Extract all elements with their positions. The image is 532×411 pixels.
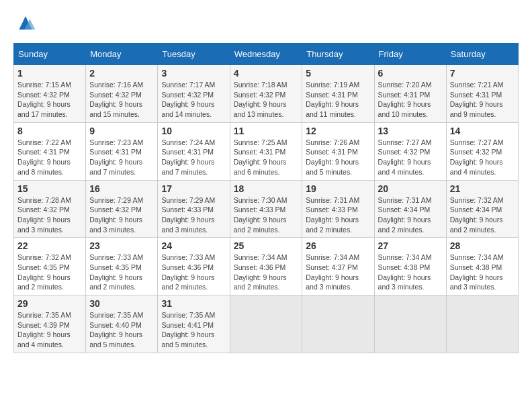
day-info: Sunrise: 7:28 AM Sunset: 4:32 PM Dayligh… xyxy=(17,195,82,235)
day-number: 1 xyxy=(17,68,82,79)
day-info: Sunrise: 7:16 AM Sunset: 4:32 PM Dayligh… xyxy=(89,80,154,120)
calendar-cell: 15 Sunrise: 7:28 AM Sunset: 4:32 PM Dayl… xyxy=(14,180,86,238)
calendar-cell: 5 Sunrise: 7:19 AM Sunset: 4:31 PM Dayli… xyxy=(302,65,374,123)
day-number: 15 xyxy=(17,183,82,194)
day-number: 6 xyxy=(378,68,443,79)
day-number: 7 xyxy=(450,68,515,79)
day-number: 8 xyxy=(17,126,82,136)
day-info: Sunrise: 7:21 AM Sunset: 4:31 PM Dayligh… xyxy=(450,80,515,120)
day-number: 20 xyxy=(378,183,443,194)
page-header xyxy=(13,13,519,32)
weekday-header-thursday: Thursday xyxy=(302,44,374,65)
day-number: 28 xyxy=(450,240,515,251)
day-number: 19 xyxy=(306,183,370,194)
calendar-cell: 30 Sunrise: 7:35 AM Sunset: 4:40 PM Dayl… xyxy=(86,295,158,353)
calendar-cell xyxy=(230,295,302,353)
day-info: Sunrise: 7:23 AM Sunset: 4:31 PM Dayligh… xyxy=(89,138,154,177)
day-number: 26 xyxy=(306,240,370,251)
day-number: 24 xyxy=(161,240,226,251)
day-info: Sunrise: 7:26 AM Sunset: 4:31 PM Dayligh… xyxy=(306,138,370,177)
day-info: Sunrise: 7:27 AM Sunset: 4:32 PM Dayligh… xyxy=(378,138,443,177)
day-info: Sunrise: 7:35 AM Sunset: 4:40 PM Dayligh… xyxy=(89,310,154,350)
calendar-cell: 27 Sunrise: 7:34 AM Sunset: 4:38 PM Dayl… xyxy=(374,238,446,295)
day-number: 18 xyxy=(234,183,299,194)
day-number: 29 xyxy=(17,298,82,309)
calendar-cell: 26 Sunrise: 7:34 AM Sunset: 4:37 PM Dayl… xyxy=(302,238,374,295)
calendar-cell: 20 Sunrise: 7:31 AM Sunset: 4:34 PM Dayl… xyxy=(374,180,446,238)
calendar-cell: 14 Sunrise: 7:27 AM Sunset: 4:32 PM Dayl… xyxy=(446,122,518,180)
day-info: Sunrise: 7:22 AM Sunset: 4:31 PM Dayligh… xyxy=(17,138,82,177)
calendar-cell: 31 Sunrise: 7:35 AM Sunset: 4:41 PM Dayl… xyxy=(158,295,230,353)
day-number: 31 xyxy=(161,298,226,309)
logo-icon xyxy=(15,13,36,32)
calendar-cell: 9 Sunrise: 7:23 AM Sunset: 4:31 PM Dayli… xyxy=(86,122,158,180)
weekday-header-wednesday: Wednesday xyxy=(230,44,302,65)
day-number: 22 xyxy=(17,240,82,251)
calendar-table: SundayMondayTuesdayWednesdayThursdayFrid… xyxy=(13,43,519,353)
calendar-cell: 6 Sunrise: 7:20 AM Sunset: 4:31 PM Dayli… xyxy=(374,65,446,123)
day-info: Sunrise: 7:32 AM Sunset: 4:34 PM Dayligh… xyxy=(450,195,515,235)
logo xyxy=(13,13,36,32)
calendar-cell: 18 Sunrise: 7:30 AM Sunset: 4:33 PM Dayl… xyxy=(230,180,302,238)
calendar-cell xyxy=(446,295,518,353)
weekday-header-friday: Friday xyxy=(374,44,446,65)
calendar-cell: 4 Sunrise: 7:18 AM Sunset: 4:32 PM Dayli… xyxy=(230,65,302,123)
calendar-cell: 22 Sunrise: 7:32 AM Sunset: 4:35 PM Dayl… xyxy=(14,238,86,295)
day-info: Sunrise: 7:31 AM Sunset: 4:34 PM Dayligh… xyxy=(378,195,443,235)
day-number: 30 xyxy=(89,298,154,309)
weekday-header-tuesday: Tuesday xyxy=(158,44,230,65)
day-info: Sunrise: 7:33 AM Sunset: 4:36 PM Dayligh… xyxy=(161,253,226,292)
day-info: Sunrise: 7:35 AM Sunset: 4:41 PM Dayligh… xyxy=(161,310,226,350)
day-info: Sunrise: 7:17 AM Sunset: 4:32 PM Dayligh… xyxy=(161,80,226,120)
day-info: Sunrise: 7:30 AM Sunset: 4:33 PM Dayligh… xyxy=(234,195,299,235)
day-info: Sunrise: 7:24 AM Sunset: 4:31 PM Dayligh… xyxy=(161,138,226,177)
weekday-header-sunday: Sunday xyxy=(14,44,86,65)
weekday-header-saturday: Saturday xyxy=(446,44,518,65)
day-info: Sunrise: 7:18 AM Sunset: 4:32 PM Dayligh… xyxy=(234,80,299,120)
day-info: Sunrise: 7:29 AM Sunset: 4:32 PM Dayligh… xyxy=(89,195,154,235)
day-info: Sunrise: 7:19 AM Sunset: 4:31 PM Dayligh… xyxy=(306,80,370,120)
day-number: 3 xyxy=(161,68,226,79)
day-info: Sunrise: 7:29 AM Sunset: 4:33 PM Dayligh… xyxy=(161,195,226,235)
calendar-cell: 2 Sunrise: 7:16 AM Sunset: 4:32 PM Dayli… xyxy=(86,65,158,123)
day-info: Sunrise: 7:20 AM Sunset: 4:31 PM Dayligh… xyxy=(378,80,443,120)
day-number: 25 xyxy=(234,240,299,251)
calendar-cell: 23 Sunrise: 7:33 AM Sunset: 4:35 PM Dayl… xyxy=(86,238,158,295)
calendar-cell: 7 Sunrise: 7:21 AM Sunset: 4:31 PM Dayli… xyxy=(446,65,518,123)
day-number: 17 xyxy=(161,183,226,194)
calendar-cell: 25 Sunrise: 7:34 AM Sunset: 4:36 PM Dayl… xyxy=(230,238,302,295)
calendar-cell: 10 Sunrise: 7:24 AM Sunset: 4:31 PM Dayl… xyxy=(158,122,230,180)
calendar-cell: 28 Sunrise: 7:34 AM Sunset: 4:38 PM Dayl… xyxy=(446,238,518,295)
weekday-header-monday: Monday xyxy=(86,44,158,65)
calendar-cell xyxy=(302,295,374,353)
calendar-cell: 19 Sunrise: 7:31 AM Sunset: 4:33 PM Dayl… xyxy=(302,180,374,238)
calendar-cell: 17 Sunrise: 7:29 AM Sunset: 4:33 PM Dayl… xyxy=(158,180,230,238)
day-number: 10 xyxy=(161,126,226,136)
day-info: Sunrise: 7:25 AM Sunset: 4:31 PM Dayligh… xyxy=(234,138,299,177)
day-info: Sunrise: 7:34 AM Sunset: 4:38 PM Dayligh… xyxy=(378,253,443,292)
day-number: 16 xyxy=(89,183,154,194)
calendar-cell: 8 Sunrise: 7:22 AM Sunset: 4:31 PM Dayli… xyxy=(14,122,86,180)
calendar-cell: 21 Sunrise: 7:32 AM Sunset: 4:34 PM Dayl… xyxy=(446,180,518,238)
calendar-cell: 1 Sunrise: 7:15 AM Sunset: 4:32 PM Dayli… xyxy=(14,65,86,123)
day-number: 21 xyxy=(450,183,515,194)
day-number: 5 xyxy=(306,68,370,79)
calendar-cell: 13 Sunrise: 7:27 AM Sunset: 4:32 PM Dayl… xyxy=(374,122,446,180)
day-number: 14 xyxy=(450,126,515,136)
day-info: Sunrise: 7:27 AM Sunset: 4:32 PM Dayligh… xyxy=(450,138,515,177)
calendar-cell: 16 Sunrise: 7:29 AM Sunset: 4:32 PM Dayl… xyxy=(86,180,158,238)
day-info: Sunrise: 7:15 AM Sunset: 4:32 PM Dayligh… xyxy=(17,80,82,120)
calendar-cell: 12 Sunrise: 7:26 AM Sunset: 4:31 PM Dayl… xyxy=(302,122,374,180)
day-number: 13 xyxy=(378,126,443,136)
day-info: Sunrise: 7:34 AM Sunset: 4:37 PM Dayligh… xyxy=(306,253,370,292)
day-number: 11 xyxy=(234,126,299,136)
calendar-cell: 29 Sunrise: 7:35 AM Sunset: 4:39 PM Dayl… xyxy=(14,295,86,353)
day-info: Sunrise: 7:34 AM Sunset: 4:38 PM Dayligh… xyxy=(450,253,515,292)
day-info: Sunrise: 7:34 AM Sunset: 4:36 PM Dayligh… xyxy=(234,253,299,292)
day-number: 12 xyxy=(306,126,370,136)
day-number: 2 xyxy=(89,68,154,79)
day-number: 9 xyxy=(89,126,154,136)
day-number: 4 xyxy=(234,68,299,79)
day-info: Sunrise: 7:31 AM Sunset: 4:33 PM Dayligh… xyxy=(306,195,370,235)
calendar-cell xyxy=(374,295,446,353)
